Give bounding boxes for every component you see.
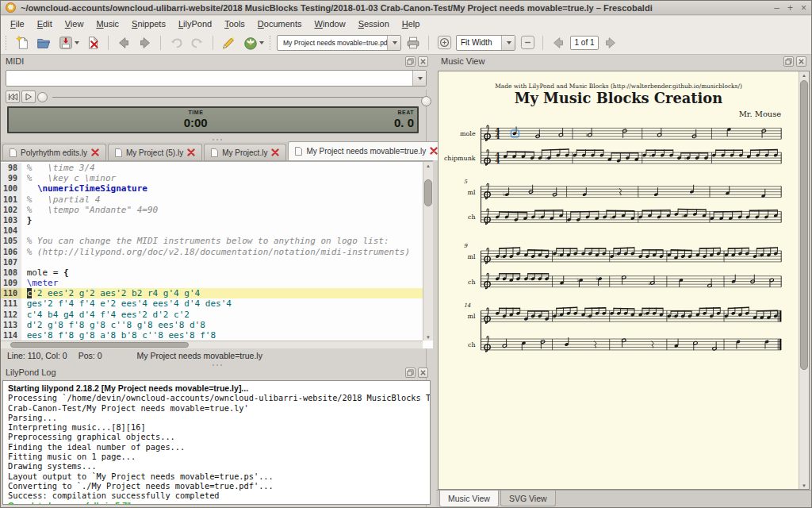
tab-close-button[interactable] <box>91 148 99 156</box>
code-line-114[interactable]: 114 ees'8 f'8 g'8 a'8 b'8 c''8 ees'8 f'8 <box>1 330 423 341</box>
maximize-button[interactable]: + <box>787 3 793 13</box>
zoom-in-button[interactable] <box>435 33 454 52</box>
engrave-dropdown-caret[interactable] <box>259 41 264 44</box>
score-scroll-down-arrow[interactable]: ▼ <box>799 482 809 489</box>
code-line-104[interactable]: 104 <box>1 225 423 236</box>
zoom-mode-arrow[interactable] <box>501 36 515 50</box>
code-line-112[interactable]: 112 c'4 b4 g4 d'4 f'4 ees'2 d'2 c'2 <box>1 310 423 320</box>
menu-window[interactable]: Window <box>308 17 351 30</box>
code-line-110[interactable]: 110 c'2 ees'2 g'2 aes'2 b2 r4 g'4 g'4 <box>1 288 423 298</box>
position-slider[interactable] <box>52 97 423 98</box>
svg-text:♭: ♭ <box>610 214 612 221</box>
lilypond-engrave-button[interactable] <box>240 33 266 52</box>
document-dropdown[interactable]: My Project needs movable=true.pdf <box>277 35 401 51</box>
forward-button[interactable] <box>136 33 155 52</box>
menu-file[interactable]: File <box>4 17 31 30</box>
code-line-111[interactable]: 111 ges'2 f'4 f'4 e'2 ees'4 ees'4 d'4 de… <box>1 298 423 309</box>
undo-button[interactable] <box>167 33 186 52</box>
position-handle[interactable] <box>37 92 48 102</box>
svg-text:ml: ml <box>468 189 477 196</box>
code-line-113[interactable]: 113 d'2 g'8 f'8 g'8 c''8 g'8 ees'8 d'8 <box>1 320 423 330</box>
midi-float-button[interactable] <box>405 56 416 67</box>
back-button[interactable] <box>114 33 133 52</box>
code-line-107[interactable]: 107 <box>1 257 423 267</box>
window-title: ~/owncloud-accounts/owncloud-ulibarri-we… <box>21 3 653 13</box>
code-line-100[interactable]: 100 \numericTimeSignature <box>1 183 423 194</box>
menu-tools[interactable]: Tools <box>218 17 251 30</box>
open-document-button[interactable] <box>34 33 53 52</box>
document-tab-4[interactable]: My Project needs movable=true.ly <box>288 141 445 160</box>
code-token: % \partial 4 <box>27 194 101 205</box>
code-line-109[interactable]: 109 \meter <box>1 278 423 288</box>
editor-horizontal-scrollbar[interactable] <box>1 341 423 348</box>
code-line-102[interactable]: 102 % \tempo "Andante" 4=90 <box>1 205 423 215</box>
score-scroll-up-arrow[interactable]: ▲ <box>799 71 809 79</box>
tempo-dial[interactable] <box>421 96 431 106</box>
document-dropdown-arrow[interactable] <box>387 36 400 50</box>
rewind-button[interactable] <box>6 90 20 103</box>
edit-in-place-button[interactable] <box>219 33 238 52</box>
view-tab-svg-view[interactable]: SVG View <box>500 491 556 506</box>
log-line: Finding the ideal number of pages... <box>8 442 425 452</box>
menu-snippets[interactable]: Snippets <box>125 17 172 30</box>
menu-help[interactable]: Help <box>396 17 427 30</box>
zoom-mode-select[interactable]: Fit Width <box>456 35 515 51</box>
scroll-down-arrow[interactable]: ▼ <box>423 333 433 341</box>
save-dropdown-caret[interactable] <box>75 41 79 44</box>
frescobaldi-window: ~/owncloud-accounts/owncloud-ulibarri-we… <box>0 0 812 508</box>
editor-vertical-scrollbar[interactable]: ▲ ▼ <box>423 162 433 341</box>
tab-close-button[interactable] <box>271 148 279 156</box>
toolbar-grip[interactable] <box>270 36 273 50</box>
save-document-button[interactable] <box>56 33 81 52</box>
menu-music[interactable]: Music <box>90 17 125 30</box>
log-float-button[interactable] <box>405 368 416 378</box>
score-page[interactable]: Made with LilyPond and Music Blocks (htt… <box>438 71 810 490</box>
engraved-score[interactable]: Made with LilyPond and Music Blocks (htt… <box>439 71 799 489</box>
play-button[interactable] <box>21 90 36 103</box>
minimize-button[interactable]: – <box>774 3 779 13</box>
previous-page-button[interactable] <box>549 33 568 52</box>
toolbar-grip[interactable] <box>6 36 9 50</box>
code-line-101[interactable]: 101 % \partial 4 <box>1 194 423 205</box>
zoom-out-button[interactable] <box>518 33 537 52</box>
menu-documents[interactable]: Documents <box>251 17 308 30</box>
midi-output-select[interactable] <box>6 70 427 87</box>
code-line-98[interactable]: 98 % \time 3/4 <box>1 163 423 173</box>
scroll-up-arrow[interactable]: ▲ <box>423 162 433 169</box>
code-line-103[interactable]: 103 } <box>1 215 423 225</box>
midi-close-button[interactable] <box>418 56 428 67</box>
music-view-float-button[interactable] <box>783 56 794 67</box>
music-view-close-button[interactable] <box>796 56 806 67</box>
editor-vscroll-thumb[interactable] <box>424 179 432 206</box>
page-indicator[interactable]: 1 of 1 <box>570 36 599 50</box>
document-tab-1[interactable]: Polyrhythm edits.ly <box>2 144 106 160</box>
score-vscroll-thumb[interactable] <box>800 80 808 370</box>
view-tab-music-view[interactable]: Music View <box>439 491 499 507</box>
menu-lilypond[interactable]: LilyPond <box>172 17 218 30</box>
code-line-108[interactable]: 108 mole = { <box>1 267 423 278</box>
code-line-105[interactable]: 105 % You can change the MIDI instrument… <box>1 236 423 246</box>
new-document-button[interactable] <box>13 33 32 52</box>
tab-close-button[interactable] <box>187 148 195 156</box>
code-line-106[interactable]: 106 % (http://lilypond.org/doc/v2.18/doc… <box>1 247 423 257</box>
document-tab-2[interactable]: My Project (5).ly <box>108 144 202 160</box>
close-button[interactable]: × <box>801 3 806 13</box>
close-document-button[interactable] <box>83 33 102 52</box>
line-number: 114 <box>1 330 21 341</box>
menu-view[interactable]: View <box>59 17 90 30</box>
menu-edit[interactable]: Edit <box>31 17 59 30</box>
log-close-button[interactable] <box>418 368 428 378</box>
document-tab-3[interactable]: My Project.ly <box>204 144 286 160</box>
code-editor[interactable]: 98 % \time 3/499 % \key c \minor100 \num… <box>1 161 433 348</box>
print-button[interactable] <box>404 33 423 52</box>
code-line-99[interactable]: 99 % \key c \minor <box>1 173 423 183</box>
next-page-button[interactable] <box>601 33 620 52</box>
editor-hscroll-thumb[interactable] <box>10 342 189 348</box>
midi-output-arrow[interactable] <box>412 71 426 86</box>
score-vertical-scrollbar[interactable]: ▲ ▼ <box>799 71 809 489</box>
redo-button[interactable] <box>188 33 207 52</box>
log-line: Drawing systems... <box>8 461 425 471</box>
menu-session[interactable]: Session <box>352 17 396 30</box>
log-panel-header: LilyPond Log <box>1 366 433 379</box>
line-number: 98 <box>1 163 21 173</box>
